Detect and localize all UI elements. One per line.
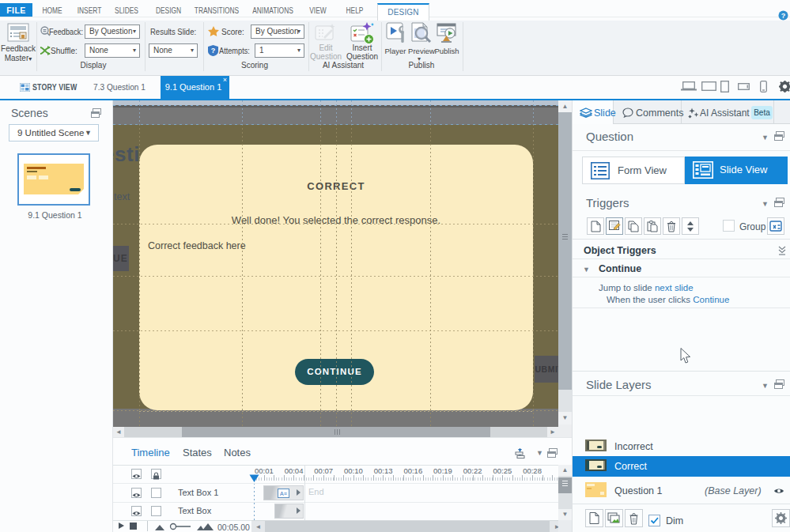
svg-text:?: ? — [781, 12, 786, 20]
svg-text:?: ? — [211, 47, 216, 55]
